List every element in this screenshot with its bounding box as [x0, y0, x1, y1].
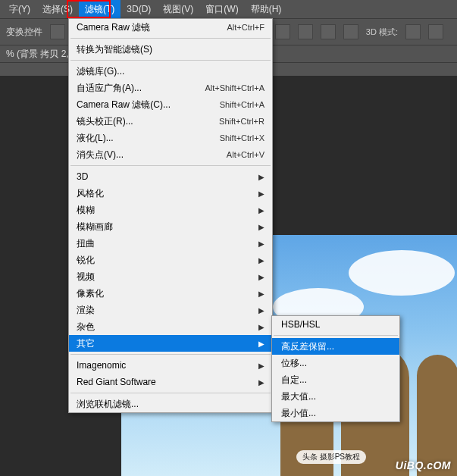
- menu-separator: [70, 60, 271, 61]
- menu-help[interactable]: 帮助(H): [245, 0, 288, 19]
- submenu-item-offset[interactable]: 位移...: [272, 355, 399, 371]
- menu-item-convert-smart[interactable]: 转换为智能滤镜(S): [69, 41, 272, 58]
- menu-item-other[interactable]: 其它▶: [69, 335, 272, 352]
- menu-separator: [70, 354, 271, 355]
- chevron-right-icon: ▶: [258, 240, 264, 248]
- menu-separator: [70, 165, 271, 166]
- submenu-item-maximum[interactable]: 最大值...: [272, 388, 399, 405]
- menu-item-lens-correction[interactable]: 镜头校正(R)...Shift+Ctrl+R: [69, 113, 272, 130]
- menu-item-adaptive-wide-angle[interactable]: 自适应广角(A)...Alt+Shift+Ctrl+A: [69, 80, 272, 96]
- 3d-mode-icon-1[interactable]: [405, 24, 421, 39]
- chevron-right-icon: ▶: [258, 273, 264, 281]
- menu-item-noise[interactable]: 杂色▶: [69, 318, 272, 335]
- watermark-text: UiBQ.cOM: [396, 459, 451, 471]
- chevron-right-icon: ▶: [258, 206, 264, 215]
- chevron-right-icon: ▶: [258, 290, 264, 298]
- other-submenu: HSB/HSL 高反差保留... 位移... 自定... 最大值... 最小值.…: [271, 315, 400, 422]
- chevron-right-icon: ▶: [258, 340, 264, 348]
- menu-item-vanishing-point[interactable]: 消失点(V)...Alt+Ctrl+V: [69, 146, 272, 163]
- 3d-mode-icon-2[interactable]: [428, 24, 443, 39]
- watermark-badge: 头条 摄影PS教程: [296, 450, 366, 464]
- menu-separator: [70, 38, 271, 39]
- menu-item-last-filter[interactable]: Camera Raw 滤镜Alt+Ctrl+F: [69, 19, 272, 36]
- submenu-item-minimum[interactable]: 最小值...: [272, 405, 399, 421]
- menu-item-pixelate[interactable]: 像素化▶: [69, 285, 272, 302]
- chevron-right-icon: ▶: [258, 306, 264, 315]
- menu-item-red-giant[interactable]: Red Giant Software▶: [69, 374, 272, 390]
- menu-separator: [274, 335, 398, 336]
- tool-icon-3[interactable]: [321, 24, 336, 39]
- menubar: 字(Y) 选择(S) 滤镜(T) 3D(D) 视图(V) 窗口(W) 帮助(H): [0, 0, 457, 18]
- menu-filter[interactable]: 滤镜(T): [79, 0, 121, 19]
- 3d-mode-label: 3D 模式:: [366, 27, 398, 38]
- menu-type[interactable]: 字(Y): [3, 0, 36, 19]
- submenu-item-high-pass[interactable]: 高反差保留...: [272, 338, 399, 355]
- menu-item-camera-raw[interactable]: Camera Raw 滤镜(C)...Shift+Ctrl+A: [69, 96, 272, 113]
- menu-view[interactable]: 视图(V): [157, 0, 199, 19]
- chevron-right-icon: ▶: [258, 256, 264, 265]
- menu-item-filter-gallery[interactable]: 滤镜库(G)...: [69, 63, 272, 80]
- submenu-item-hsb-hsl[interactable]: HSB/HSL: [272, 316, 399, 333]
- submenu-item-custom[interactable]: 自定...: [272, 371, 399, 388]
- chevron-right-icon: ▶: [258, 378, 264, 387]
- menu-item-3d[interactable]: 3D▶: [69, 168, 272, 185]
- chevron-right-icon: ▶: [258, 223, 264, 231]
- menu-item-stylize[interactable]: 风格化▶: [69, 185, 272, 202]
- menu-item-render[interactable]: 渲染▶: [69, 302, 272, 318]
- chevron-right-icon: ▶: [258, 189, 264, 198]
- menu-item-liquify[interactable]: 液化(L)...Shift+Ctrl+X: [69, 130, 272, 146]
- menu-item-sharpen[interactable]: 锐化▶: [69, 252, 272, 268]
- chevron-right-icon: ▶: [258, 323, 264, 331]
- align-icon[interactable]: [50, 24, 65, 39]
- menu-3d[interactable]: 3D(D): [121, 1, 157, 17]
- menu-separator: [70, 393, 271, 393]
- menu-item-distort[interactable]: 扭曲▶: [69, 235, 272, 252]
- tool-icon-1[interactable]: [275, 24, 290, 39]
- tool-icon-4[interactable]: [343, 24, 358, 39]
- transform-controls-label: 变换控件: [6, 26, 42, 39]
- chevron-right-icon: ▶: [258, 362, 264, 370]
- menu-item-imagenomic[interactable]: Imagenomic▶: [69, 357, 272, 374]
- menu-item-browse-online[interactable]: 浏览联机滤镜...: [69, 396, 272, 412]
- menu-item-blur[interactable]: 模糊▶: [69, 202, 272, 218]
- menu-item-blur-gallery[interactable]: 模糊画廊▶: [69, 218, 272, 235]
- document-tab-label[interactable]: % (背景 拷贝 2, F: [6, 48, 77, 61]
- menu-select[interactable]: 选择(S): [36, 0, 79, 19]
- menu-window[interactable]: 窗口(W): [199, 0, 244, 19]
- filter-menu-dropdown: Camera Raw 滤镜Alt+Ctrl+F 转换为智能滤镜(S) 滤镜库(G…: [68, 18, 273, 413]
- tool-icon-2[interactable]: [298, 24, 313, 39]
- menu-item-video[interactable]: 视频▶: [69, 268, 272, 285]
- chevron-right-icon: ▶: [258, 173, 264, 181]
